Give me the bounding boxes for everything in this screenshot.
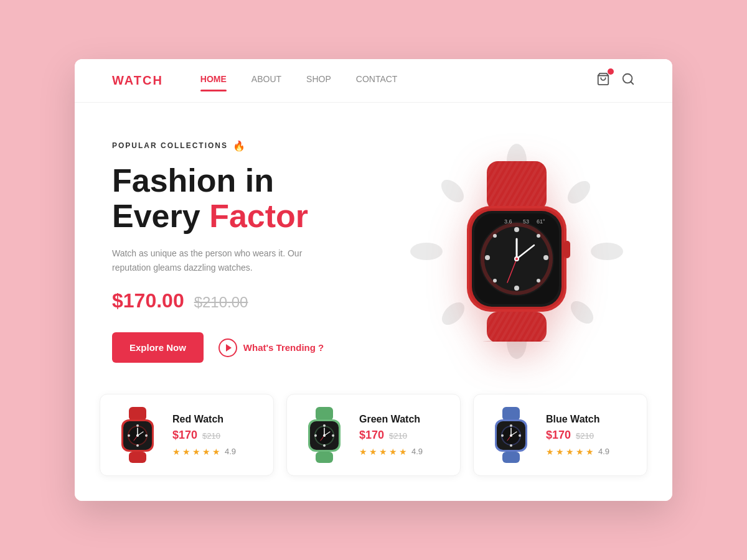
product-prices-blue: $170 $210 [546,429,634,442]
svg-point-20 [514,227,519,232]
product-price-current-green: $170 [359,429,384,442]
svg-point-65 [323,444,326,447]
svg-point-23 [537,279,540,282]
nav-icons [596,72,635,89]
svg-point-9 [410,243,443,260]
hero-watch: 3.6 53 61° [398,161,635,342]
blue-watch-thumb [486,407,536,463]
play-icon [218,338,237,357]
cart-badge [608,68,614,75]
svg-point-79 [519,434,521,437]
svg-point-32 [515,258,518,260]
svg-rect-71 [316,452,333,463]
svg-rect-12 [487,161,547,211]
product-stars-green: ★ ★ ★ ★ ★ 4.9 [359,447,448,457]
product-stars-red: ★ ★ ★ ★ ★ 4.9 [172,447,261,457]
svg-point-21 [537,234,540,238]
hero-title: Fashion in Every Factor [112,163,398,234]
product-card-red[interactable]: Red Watch $170 $210 ★ ★ ★ ★ ★ 4.9 [100,394,274,476]
product-thumb-red [113,407,162,463]
svg-point-81 [501,434,504,437]
svg-point-50 [136,444,139,447]
nav-about[interactable]: ABOUT [251,74,281,86]
product-card-green[interactable]: Green Watch $170 $210 ★ ★ ★ ★ ★ 4.9 [286,394,461,476]
svg-rect-72 [502,407,520,421]
svg-point-51 [128,434,130,437]
svg-point-48 [136,424,139,427]
svg-text:61°: 61° [537,218,545,225]
svg-line-2 [631,82,633,84]
product-prices-green: $170 $210 [359,429,448,442]
product-info-red: Red Watch $170 $210 ★ ★ ★ ★ ★ 4.9 [172,414,261,457]
product-name-green: Green Watch [359,414,448,425]
hero-section: POPULAR COLLECTIONS 🔥 Fashion in Every F… [75,103,672,388]
product-price-old-blue: $210 [576,431,594,441]
product-thumb-blue [486,407,536,463]
fire-icon: 🔥 [233,140,247,152]
product-prices-red: $170 $210 [172,429,261,442]
svg-text:53: 53 [523,218,529,225]
red-watch-thumb [113,407,162,463]
star-rating-red: 4.9 [225,447,236,456]
original-price: $210.00 [194,294,248,311]
navbar: WATCH HOME ABOUT SHOP CONTACT [75,59,672,103]
cart-icon [596,76,610,88]
svg-rect-57 [316,407,333,421]
hero-description: Watch as unique as the person who wears … [112,246,324,274]
product-price-current-blue: $170 [546,429,571,442]
nav-home[interactable]: HOME [200,74,227,86]
product-price-current-red: $170 [172,429,197,442]
svg-point-70 [323,434,326,437]
hero-badge: POPULAR COLLECTIONS 🔥 [112,140,398,152]
svg-point-66 [314,434,317,437]
watch-svg: 3.6 53 61° [442,161,591,342]
cart-button[interactable] [596,72,610,89]
svg-point-5 [591,243,623,260]
svg-rect-56 [129,452,146,463]
svg-point-49 [145,434,148,437]
search-button[interactable] [621,72,635,89]
trending-button[interactable]: What's Trending ? [218,338,324,357]
product-name-blue: Blue Watch [546,414,634,425]
hero-actions: Explore Now What's Trending ? [112,332,398,363]
svg-rect-35 [487,312,547,342]
product-price-old-red: $210 [202,431,220,441]
svg-point-85 [510,434,512,437]
nav-contact[interactable]: CONTACT [356,74,398,86]
search-icon [621,76,635,88]
products-section: Red Watch $170 $210 ★ ★ ★ ★ ★ 4.9 [75,388,672,501]
svg-point-27 [493,234,497,238]
hero-price: $170.00 $210.00 [112,289,398,312]
product-card-blue[interactable]: Blue Watch $170 $210 ★ ★ ★ ★ ★ 4.9 [473,394,647,476]
product-name-red: Red Watch [172,414,261,425]
svg-rect-86 [502,452,520,463]
product-info-blue: Blue Watch $170 $210 ★ ★ ★ ★ ★ 4.9 [546,414,634,457]
product-thumb-green [299,407,349,463]
brand-logo[interactable]: WATCH [112,73,163,88]
green-watch-thumb [299,407,349,463]
svg-point-22 [543,255,548,260]
nav-links: HOME ABOUT SHOP CONTACT [200,74,596,86]
star-rating-blue: 4.9 [598,447,609,456]
svg-point-55 [136,434,139,437]
current-price: $170.00 [112,289,184,312]
svg-point-78 [510,424,512,427]
svg-text:3.6: 3.6 [504,218,512,225]
svg-point-36 [473,340,560,342]
svg-rect-33 [564,241,570,258]
product-info-green: Green Watch $170 $210 ★ ★ ★ ★ ★ 4.9 [359,414,448,457]
star-rating-green: 4.9 [411,447,423,456]
product-price-old-green: $210 [389,431,407,441]
explore-button[interactable]: Explore Now [112,332,204,363]
hero-content: POPULAR COLLECTIONS 🔥 Fashion in Every F… [112,140,398,363]
svg-point-24 [514,286,519,291]
nav-shop[interactable]: SHOP [306,74,331,86]
svg-rect-42 [129,407,146,421]
svg-point-25 [493,279,497,282]
svg-point-80 [510,444,512,447]
products-grid: Red Watch $170 $210 ★ ★ ★ ★ ★ 4.9 [100,394,647,476]
svg-point-26 [485,255,490,260]
browser-window: WATCH HOME ABOUT SHOP CONTACT [75,59,672,501]
product-stars-blue: ★ ★ ★ ★ ★ 4.9 [546,447,634,457]
svg-point-64 [332,434,334,437]
